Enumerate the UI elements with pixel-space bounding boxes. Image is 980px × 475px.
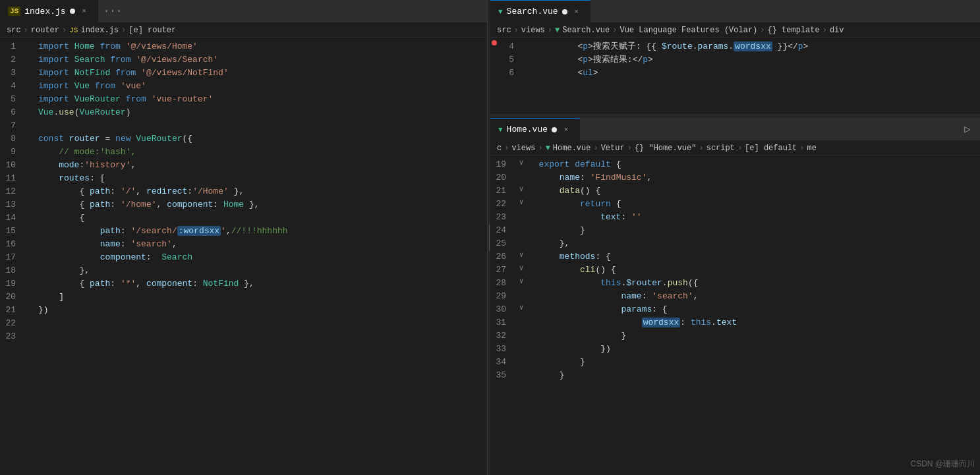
- right-bottom-tab-bar: ▼ Home.vue × ▷: [490, 118, 980, 141]
- code-line-2: 2 import Search from '@/views/Search': [0, 53, 487, 67]
- right-top-line-4: 4 <p>搜索天赋子: {{ $route.params.wordsxx }}<…: [490, 40, 980, 53]
- rb-line-32: 32 }: [490, 329, 980, 343]
- code-line-10: 10 mode:'history',: [0, 159, 487, 172]
- rb-line-26: 26 ∨ methods: {: [490, 250, 980, 264]
- left-code-area[interactable]: 1 import Home from '@/views/Home' 2 impo…: [0, 38, 487, 475]
- js-icon: JS: [8, 7, 20, 16]
- tab-more-button[interactable]: ···: [98, 0, 128, 22]
- vue-icon-home: ▼: [498, 126, 503, 134]
- right-top-breadcrumb: src › views › ▼ Search.vue › Vue Languag…: [490, 23, 980, 38]
- code-line-16: 16 name: 'search',: [0, 238, 487, 251]
- right-bottom-breadcrumb: c › views › ▼ Home.vue › Vetur › {} "Hom…: [490, 141, 980, 155]
- close-search-vue-button[interactable]: ×: [571, 7, 582, 17]
- code-line-9: 9 // mode:'hash',: [0, 146, 487, 159]
- rb-line-23: 23 text: '': [490, 211, 980, 224]
- tab-index-js-label: index.js: [24, 7, 65, 16]
- rb-line-28: 28 ∨ this.$router.push({: [490, 277, 980, 290]
- modified-indicator: [70, 9, 75, 14]
- code-line-23: 23: [0, 330, 487, 343]
- code-line-19: 19 { path: '*', component: NotFind },: [0, 277, 487, 291]
- rb-line-33: 33 }): [490, 343, 980, 356]
- bc-index-js: index.js: [80, 26, 119, 35]
- right-top-line-5: 5 <p>搜索结果:</p>: [490, 53, 980, 67]
- code-line-20: 20 ]: [0, 291, 487, 304]
- right-bottom-code-area[interactable]: 19 ∨ export default { 20 name: 'FindMusi…: [490, 155, 980, 475]
- rb-line-19: 19 ∨ export default {: [490, 158, 980, 171]
- code-line-15: 15 path: '/search/:wordsxx',//!!!hhhhhh: [0, 225, 487, 238]
- left-breadcrumb: src › router › JS index.js › [e] router: [0, 23, 487, 38]
- vue-icon-search: ▼: [498, 8, 503, 16]
- code-line-7: 7: [0, 119, 487, 132]
- right-top-code-area[interactable]: 4 <p>搜索天赋子: {{ $route.params.wordsxx }}<…: [490, 38, 980, 115]
- editor-right-bottom: ▼ Home.vue × ▷ c › views › ▼ Ho: [490, 118, 980, 475]
- rb-line-27: 27 ∨ cli() {: [490, 264, 980, 277]
- code-line-8: 8 const router = new VueRouter({: [0, 132, 487, 146]
- tab-search-vue[interactable]: ▼ Search.vue ×: [490, 0, 591, 23]
- tab-home-vue[interactable]: ▼ Home.vue ×: [490, 118, 580, 141]
- rb-line-21: 21 ∨ data() {: [490, 184, 980, 198]
- code-line-14: 14 {: [0, 211, 487, 225]
- editor-right-top: ▼ Search.vue × src › views › ▼: [490, 0, 980, 115]
- watermark: CSDN @珊珊而川: [910, 459, 975, 470]
- close-home-vue-button[interactable]: ×: [561, 125, 571, 135]
- code-line-21: 21 }): [0, 304, 487, 317]
- rb-line-35: 35 }: [490, 369, 980, 382]
- rb-line-29: 29 name: 'search',: [490, 290, 980, 303]
- tab-index-js[interactable]: JS index.js ×: [0, 0, 98, 22]
- bc-router-ref: [e] router: [129, 26, 176, 35]
- rb-line-31: 31 wordsxx: this.text: [490, 316, 980, 329]
- code-line-5: 5 import VueRouter from 'vue-router': [0, 93, 487, 106]
- left-tab-bar: JS index.js × ···: [0, 0, 487, 23]
- code-line-3: 3 import NotFind from '@/views/NotFind': [0, 67, 487, 80]
- breakpoint-dot: [492, 40, 497, 45]
- code-line-17: 17 component: Search: [0, 251, 487, 264]
- code-line-1: 1 import Home from '@/views/Home': [0, 40, 487, 53]
- code-line-4: 4 import Vue from 'vue': [0, 80, 487, 93]
- code-line-12: 12 { path: '/', redirect:'/Home' },: [0, 185, 487, 198]
- right-bottom-tab-actions: ▷: [960, 122, 980, 136]
- tab-home-vue-label: Home.vue: [507, 125, 548, 134]
- code-line-18: 18 },: [0, 264, 487, 277]
- code-line-22: 22: [0, 317, 487, 330]
- right-top-tab-bar: ▼ Search.vue ×: [490, 0, 980, 23]
- code-line-13: 13 { path: '/home', component: Home },: [0, 198, 487, 211]
- close-tab-button[interactable]: ×: [79, 6, 90, 16]
- run-button[interactable]: ▷: [960, 122, 975, 136]
- rb-line-20: 20 name: 'FindMusic',: [490, 171, 980, 184]
- bc-js-icon: JS: [69, 26, 78, 34]
- tab-search-vue-label: Search.vue: [507, 7, 558, 16]
- home-modified-indicator: [552, 127, 557, 132]
- rb-line-24: 24 }: [490, 224, 980, 237]
- rb-line-25: 25 },: [490, 237, 980, 250]
- right-top-line-6: 6 <ul>: [490, 67, 980, 80]
- code-line-11: 11 routes: [: [0, 172, 487, 185]
- editor-left: JS index.js × ··· src › router › JS inde…: [0, 0, 488, 475]
- bc-src: src: [7, 26, 21, 35]
- rb-line-34: 34 }: [490, 356, 980, 369]
- code-line-6: 6 Vue.use(VueRouter): [0, 106, 487, 119]
- bc-router: router: [31, 26, 59, 35]
- rb-line-22: 22 ∨ return {: [490, 198, 980, 211]
- rb-line-30: 30 ∨ params: {: [490, 303, 980, 316]
- search-modified-indicator: [562, 9, 567, 14]
